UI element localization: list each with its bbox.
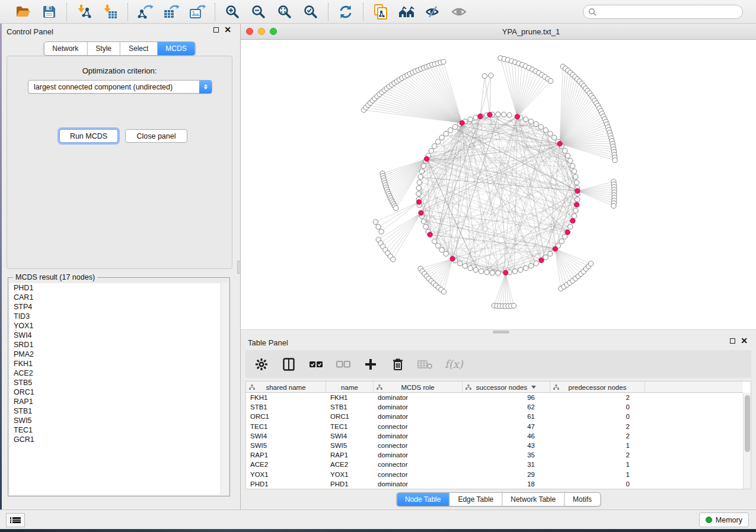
- cell-predecessor-nodes[interactable]: 0: [550, 412, 645, 421]
- cell-successor-nodes[interactable]: 29: [462, 470, 550, 479]
- mcds-hub-node[interactable]: [424, 156, 429, 161]
- graph-node[interactable]: [568, 158, 573, 163]
- graph-node[interactable]: [529, 264, 534, 268]
- graph-node[interactable]: [444, 251, 448, 256]
- result-item[interactable]: STB1: [9, 406, 228, 416]
- graph-leaf-node[interactable]: [441, 289, 446, 294]
- graph-node[interactable]: [439, 135, 444, 140]
- graph-node[interactable]: [490, 271, 495, 275]
- graph-node[interactable]: [473, 267, 478, 272]
- table-row[interactable]: ACE2ACE2connector311: [246, 460, 743, 469]
- delete-table-icon[interactable]: [417, 357, 433, 372]
- cell-predecessor-nodes[interactable]: 2: [550, 431, 645, 441]
- result-item[interactable]: SWI5: [9, 416, 228, 425]
- result-item[interactable]: YOX1: [9, 321, 228, 331]
- vscroll-thumb[interactable]: [745, 395, 750, 452]
- graph-node[interactable]: [496, 112, 500, 117]
- cell-predecessor-nodes[interactable]: 2: [550, 450, 645, 460]
- cell-MCDS-role[interactable]: dominator: [374, 431, 462, 441]
- cell-shared-name[interactable]: SWI5: [246, 441, 326, 450]
- graph-leaf-node[interactable]: [391, 257, 395, 262]
- mcds-hub-node[interactable]: [417, 200, 422, 204]
- mcds-hub-node[interactable]: [428, 232, 432, 237]
- graph-node[interactable]: [432, 239, 437, 243]
- table-settings-icon[interactable]: [254, 357, 269, 372]
- cell-shared-name[interactable]: ACE2: [246, 460, 326, 469]
- graph-leaf-node[interactable]: [613, 158, 617, 162]
- close-panel-icon[interactable]: ✕: [224, 27, 231, 33]
- tab-network-table[interactable]: Network Table: [502, 493, 564, 506]
- function-builder-icon[interactable]: f(x): [445, 358, 463, 370]
- graph-node[interactable]: [479, 269, 483, 274]
- table-row[interactable]: FKH1FKH1dominator962: [246, 393, 743, 402]
- graph-node[interactable]: [496, 271, 500, 275]
- mcds-hub-node[interactable]: [575, 188, 580, 193]
- cell-name[interactable]: PHD1: [326, 479, 374, 489]
- graph-node[interactable]: [432, 144, 437, 149]
- graph-node[interactable]: [529, 119, 534, 124]
- graph-node[interactable]: [444, 132, 448, 136]
- cell-shared-name[interactable]: RAP1: [246, 450, 326, 460]
- cell-shared-name[interactable]: YOX1: [246, 470, 326, 479]
- result-item[interactable]: GCR1: [9, 435, 228, 444]
- cell-predecessor-nodes[interactable]: 1: [550, 470, 645, 479]
- mcds-hub-node[interactable]: [478, 114, 483, 118]
- import-network-icon[interactable]: [75, 4, 93, 20]
- tab-motifs[interactable]: Motifs: [564, 493, 600, 506]
- search-input[interactable]: [583, 5, 743, 19]
- column-header-name[interactable]: name: [326, 382, 374, 393]
- graph-node[interactable]: [572, 169, 576, 174]
- cell-MCDS-role[interactable]: dominator: [374, 393, 462, 402]
- graph-node[interactable]: [543, 255, 548, 259]
- cell-MCDS-role[interactable]: dominator: [374, 412, 462, 421]
- graph-node[interactable]: [559, 239, 564, 243]
- network-overview-icon[interactable]: [398, 4, 416, 20]
- show-details-icon[interactable]: [450, 4, 468, 20]
- zoom-in-icon[interactable]: [224, 4, 241, 20]
- select-all-icon[interactable]: [308, 357, 324, 372]
- cell-predecessor-nodes[interactable]: 2: [550, 393, 645, 402]
- zoom-fit-icon[interactable]: [276, 4, 294, 20]
- table-row[interactable]: ORC1ORC1dominator610: [246, 412, 743, 421]
- graph-leaf-node[interactable]: [611, 203, 616, 208]
- graph-node[interactable]: [421, 164, 426, 168]
- mcds-hub-node[interactable]: [575, 202, 579, 207]
- cell-name[interactable]: STB1: [326, 402, 374, 412]
- graph-leaf-node[interactable]: [489, 73, 493, 78]
- graph-node[interactable]: [572, 214, 576, 219]
- clone-network-icon[interactable]: [372, 4, 390, 20]
- cell-MCDS-role[interactable]: connector: [374, 441, 462, 450]
- tab-style[interactable]: Style: [87, 42, 120, 55]
- cell-successor-nodes[interactable]: 31: [462, 460, 550, 469]
- result-item[interactable]: TID3: [9, 312, 228, 321]
- cell-name[interactable]: ORC1: [326, 412, 374, 421]
- cell-successor-nodes[interactable]: 47: [462, 422, 550, 431]
- graph-node[interactable]: [419, 169, 424, 174]
- mcds-hub-node[interactable]: [553, 246, 557, 251]
- graph-leaf-node[interactable]: [379, 229, 384, 234]
- column-header-successor-nodes[interactable]: successor nodes: [462, 382, 550, 393]
- graph-node[interactable]: [524, 265, 528, 270]
- graph-node[interactable]: [548, 251, 553, 256]
- cell-MCDS-role[interactable]: dominator: [374, 402, 462, 412]
- result-item[interactable]: ORC1: [9, 387, 228, 397]
- graph-node[interactable]: [473, 115, 478, 120]
- result-item[interactable]: PMA2: [9, 350, 228, 359]
- cell-successor-nodes[interactable]: 61: [462, 412, 550, 421]
- run-mcds-button[interactable]: Run MCDS: [59, 129, 118, 143]
- graph-node[interactable]: [534, 121, 538, 126]
- graph-node[interactable]: [417, 180, 422, 185]
- graph-node[interactable]: [452, 124, 457, 129]
- graph-node[interactable]: [501, 112, 506, 117]
- cell-MCDS-role[interactable]: connector: [374, 422, 462, 431]
- graph-leaf-node[interactable]: [376, 225, 381, 229]
- export-image-icon[interactable]: [189, 4, 206, 20]
- mcds-hub-node[interactable]: [503, 270, 508, 275]
- cell-predecessor-nodes[interactable]: 0: [550, 402, 645, 412]
- save-session-icon[interactable]: [40, 4, 58, 20]
- table-row[interactable]: YOX1YOX1connector291: [246, 470, 743, 479]
- graph-node[interactable]: [512, 269, 517, 274]
- graph-node[interactable]: [468, 117, 473, 121]
- graph-node[interactable]: [448, 128, 453, 133]
- graph-node[interactable]: [468, 265, 473, 270]
